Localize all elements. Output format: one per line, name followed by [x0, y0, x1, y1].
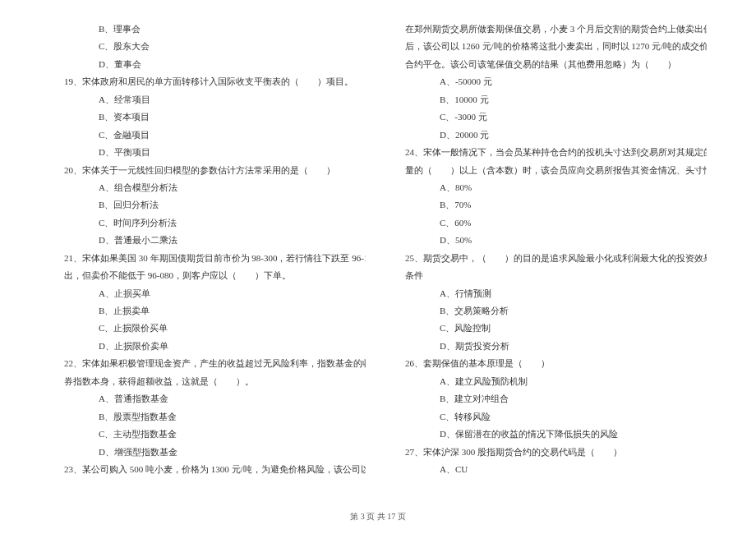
option: C、风险控制 [399, 320, 707, 337]
option: A、-50000 元 [399, 73, 707, 90]
question-22-line1: 22、宋体如果积极管理现金资产，产生的收益超过无风险利率，指数基金的收益就将会超… [58, 355, 366, 372]
question-23-cont1: 在郑州期货交易所做套期保值交易，小麦 3 个月后交割的期货合约上做卖出保值并成交… [399, 21, 707, 38]
option: D、普通最小二乘法 [58, 232, 366, 249]
option: A、止损买单 [58, 285, 366, 302]
page-columns: B、理事会 C、股东大会 D、董事会 19、宋体政府和居民的单方面转移计入国际收… [58, 21, 707, 493]
option: B、股票型指数基金 [58, 408, 366, 426]
question-27: 27、宋体沪深 300 股指期货合约的交易代码是（ ） [399, 444, 707, 461]
option: C、-3000 元 [399, 108, 707, 126]
option: B、建立对冲组合 [399, 390, 707, 407]
option: A、80% [399, 179, 707, 196]
option: D、保留潜在的收益的情况下降低损失的风险 [399, 426, 707, 443]
option: D、期货投资分析 [399, 338, 707, 355]
option: B、70% [399, 196, 707, 214]
option: C、金融项目 [58, 127, 366, 144]
option: C、主动型指数基金 [58, 426, 366, 443]
option: B、10000 元 [399, 91, 707, 108]
question-22-line2: 券指数本身，获得超额收益，这就是（ ）。 [58, 373, 366, 390]
question-21-line1: 21、宋体如果美国 30 年期国债期货目前市价为 98-300，若行情往下跌至 … [58, 250, 366, 267]
question-19: 19、宋体政府和居民的单方面转移计入国际收支平衡表的（ ）项目。 [58, 73, 366, 90]
option: A、CU [399, 461, 707, 478]
option: A、普通指数基金 [58, 390, 366, 407]
option: D、50% [399, 232, 707, 249]
option: B、理事会 [58, 21, 366, 38]
question-25-line1: 25、期货交易中，（ ）的目的是追求风险最小化或利润最大化的投资效果。期货从业报… [399, 250, 707, 267]
option: A、行情预测 [399, 285, 707, 302]
option: B、止损卖单 [58, 302, 366, 320]
question-24-line2: 量的（ ）以上（含本数）时，该会员应向交易所报告其资金情况、头寸情况等。 [399, 162, 707, 179]
option: D、20000 元 [399, 127, 707, 144]
option: A、组合模型分析法 [58, 179, 366, 196]
question-23-cont3: 合约平仓。该公司该笔保值交易的结果（其他费用忽略）为（ ） [399, 56, 707, 73]
option: D、平衡项目 [58, 144, 366, 161]
question-21-line2: 出，但卖价不能低于 96-080，则客户应以（ ）下单。 [58, 267, 366, 284]
question-23-cont2: 后，该公司以 1260 元/吨的价格将这批小麦卖出，同时以 1270 元/吨的成… [399, 38, 707, 55]
option: D、董事会 [58, 56, 366, 73]
option: B、资本项目 [58, 108, 366, 126]
option: A、建立风险预防机制 [399, 373, 707, 390]
option: C、60% [399, 214, 707, 232]
option: B、交易策略分析 [399, 302, 707, 320]
question-20: 20、宋体关于一元线性回归模型的参数估计方法常采用的是（ ） [58, 162, 366, 179]
option: C、股东大会 [58, 38, 366, 55]
option: D、增强型指数基金 [58, 444, 366, 461]
right-column: 在郑州期货交易所做套期保值交易，小麦 3 个月后交割的期货合约上做卖出保值并成交… [399, 21, 707, 493]
option: C、时间序列分析法 [58, 214, 366, 232]
question-24-line1: 24、宋体一般情况下，当会员某种持仓合约的投机头寸达到交易所对其规定的投机头寸持… [399, 144, 707, 161]
question-23: 23、某公司购入 500 吨小麦，价格为 1300 元/吨，为避免价格风险，该公… [58, 461, 366, 478]
question-26: 26、套期保值的基本原理是（ ） [399, 355, 707, 372]
question-25-line2: 条件 [399, 267, 707, 284]
option: D、止损限价卖单 [58, 338, 366, 355]
left-column: B、理事会 C、股东大会 D、董事会 19、宋体政府和居民的单方面转移计入国际收… [58, 21, 366, 493]
option: C、止损限价买单 [58, 320, 366, 337]
page-footer: 第 3 页 共 17 页 [0, 509, 756, 525]
option: A、经常项目 [58, 91, 366, 108]
option: B、回归分析法 [58, 196, 366, 214]
option: C、转移风险 [399, 408, 707, 426]
